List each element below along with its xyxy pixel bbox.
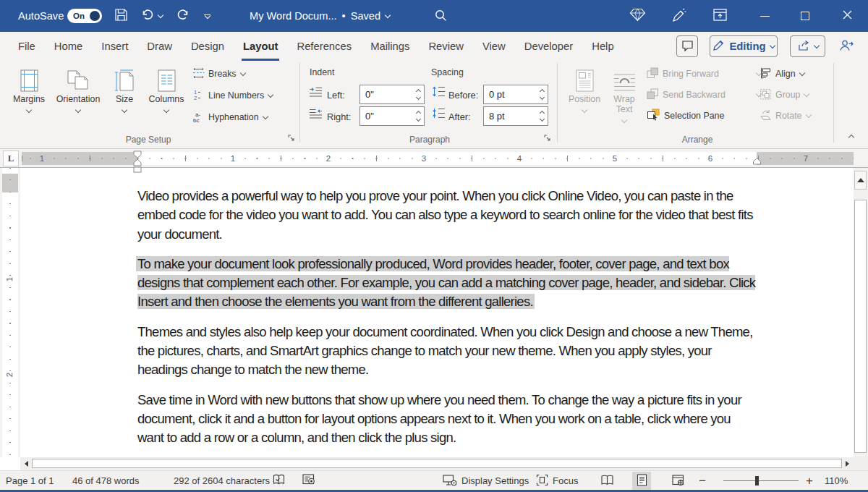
breaks-button[interactable]: Breaks	[192, 65, 245, 82]
right-indent-marker[interactable]	[752, 158, 762, 165]
share-button[interactable]	[790, 35, 825, 57]
margins-button[interactable]: Margins	[9, 63, 48, 112]
tab-help[interactable]: Help	[582, 32, 623, 61]
tab-design[interactable]: Design	[182, 32, 234, 61]
focus-icon	[536, 474, 548, 488]
horizontal-scrollbar-thumb[interactable]	[32, 459, 842, 468]
selection-pane-button[interactable]: Selection Pane	[647, 107, 724, 124]
print-layout-button[interactable]	[632, 472, 651, 491]
scroll-up-button[interactable]	[854, 171, 867, 190]
vertical-ruler[interactable]: 1 2	[0, 168, 20, 457]
arrow-up-icon	[857, 178, 864, 182]
focus-mode-button[interactable]: Focus	[536, 471, 578, 491]
tab-stop-selector[interactable]: L	[3, 150, 19, 166]
minimize-button[interactable]	[749, 0, 780, 32]
send-backward-button[interactable]: Send Backward	[647, 86, 761, 103]
zoom-in-button[interactable]: +	[806, 471, 813, 491]
tab-view[interactable]: View	[473, 32, 515, 61]
search-button[interactable]	[434, 0, 447, 32]
redo-button[interactable]	[176, 0, 190, 32]
document-text[interactable]: Video provides a powerful way to help yo…	[137, 187, 758, 459]
tab-developer[interactable]: Developer	[515, 32, 582, 61]
arrange-group-label: Arrange	[563, 135, 832, 145]
tab-review[interactable]: Review	[419, 32, 473, 61]
pencil-icon	[712, 39, 725, 54]
tab-mailings[interactable]: Mailings	[361, 32, 419, 61]
spacing-before-input[interactable]: 0 pt	[483, 85, 548, 104]
indent-right-input[interactable]: 0"	[359, 106, 425, 126]
page-setup-dialog-launcher[interactable]	[287, 134, 297, 144]
claim-button[interactable]	[671, 0, 686, 32]
line-numbers-button[interactable]: 12 Line Numbers	[192, 87, 273, 104]
zoom-slider-handle[interactable]	[755, 476, 759, 485]
premium-button[interactable]	[629, 0, 646, 32]
document-page[interactable]: Video provides a powerful way to help yo…	[20, 168, 854, 457]
collapse-ribbon-button[interactable]	[848, 135, 854, 140]
indent-markers[interactable]	[132, 150, 142, 175]
read-mode-button[interactable]	[597, 472, 616, 491]
paragraph-1[interactable]: Video provides a powerful way to help yo…	[137, 187, 758, 244]
bring-forward-button[interactable]: Bring Forward	[647, 65, 761, 82]
indent-left-spinner[interactable]	[412, 85, 424, 103]
customize-toolbar-button[interactable]	[204, 0, 210, 32]
orientation-button[interactable]: Orientation	[54, 63, 102, 112]
tab-home[interactable]: Home	[45, 32, 92, 61]
rotate-button[interactable]: Rotate	[760, 107, 811, 124]
editing-mode-button[interactable]: Editing	[710, 35, 778, 57]
hyphenation-button[interactable]: a-bc Hyphenation	[192, 109, 268, 126]
ribbon-display-options-button[interactable]	[713, 0, 727, 32]
horizontal-ruler[interactable]: 1 1 2 3 4 5 6 7	[22, 152, 854, 165]
indent-right-icon	[309, 109, 323, 120]
vertical-scrollbar-thumb[interactable]	[854, 200, 867, 453]
web-layout-button[interactable]	[668, 472, 687, 491]
close-button[interactable]	[831, 0, 863, 32]
indent-left-input[interactable]: 0"	[359, 85, 425, 104]
spacing-before-spinner[interactable]	[536, 85, 548, 103]
tab-references[interactable]: References	[287, 32, 361, 61]
scroll-left-button[interactable]	[25, 461, 28, 467]
comments-button[interactable]	[676, 35, 698, 57]
vertical-scrollbar[interactable]	[854, 168, 868, 457]
indent-right-spinner[interactable]	[412, 107, 424, 125]
group-button[interactable]: Group	[760, 86, 809, 103]
paragraph-4[interactable]: Save time in Word with new buttons that …	[137, 391, 758, 448]
tab-layout[interactable]: Layout	[234, 32, 288, 61]
scroll-right-button[interactable]	[846, 461, 849, 467]
zoom-level-indicator[interactable]: 110%	[825, 471, 848, 491]
size-button[interactable]: Size	[109, 63, 140, 112]
spacing-after-spinner[interactable]	[536, 107, 548, 125]
columns-button[interactable]: Columns	[146, 63, 187, 112]
character-count-indicator[interactable]: 292 of 2604 characters	[174, 471, 270, 491]
proofing-status-button[interactable]	[272, 471, 286, 491]
word-count-indicator[interactable]: 46 of 478 words	[72, 471, 140, 491]
page-number-indicator[interactable]: Page 1 of 1	[6, 471, 54, 491]
zoom-out-button[interactable]: −	[699, 471, 706, 491]
more-commands-icon	[204, 14, 210, 18]
document-title[interactable]: My Word Docum... • Saved	[250, 0, 390, 32]
tab-insert[interactable]: Insert	[92, 32, 137, 61]
maximize-button[interactable]	[789, 0, 821, 32]
paragraph-2-selected[interactable]: To make your document look professionall…	[137, 255, 758, 312]
horizontal-scrollbar[interactable]	[20, 457, 854, 470]
undo-button[interactable]	[140, 0, 155, 32]
svg-text:2: 2	[194, 95, 197, 101]
indent-right-label: Right:	[327, 111, 351, 122]
save-button[interactable]	[114, 0, 128, 32]
macro-recording-button[interactable]	[302, 471, 316, 491]
paragraph-dialog-launcher[interactable]	[543, 134, 553, 144]
position-button[interactable]: Position	[566, 63, 603, 112]
wrap-text-button[interactable]: Wrap Text	[605, 63, 643, 122]
autosave-toggle[interactable]: On	[67, 9, 102, 23]
people-icon	[839, 39, 854, 54]
undo-dropdown[interactable]	[158, 0, 163, 32]
tab-file[interactable]: File	[9, 32, 45, 61]
people-button[interactable]	[834, 35, 859, 57]
zoom-slider[interactable]	[723, 480, 799, 481]
paragraph-3[interactable]: Themes and styles also help keep your do…	[137, 323, 758, 380]
align-button[interactable]: Align	[760, 65, 804, 82]
tab-draw[interactable]: Draw	[137, 32, 182, 61]
spacing-after-input[interactable]: 8 pt	[483, 106, 548, 126]
display-settings-button[interactable]: Display Settings	[443, 471, 529, 491]
focus-label: Focus	[553, 475, 578, 486]
hyphenation-label: Hyphenation	[208, 112, 259, 122]
